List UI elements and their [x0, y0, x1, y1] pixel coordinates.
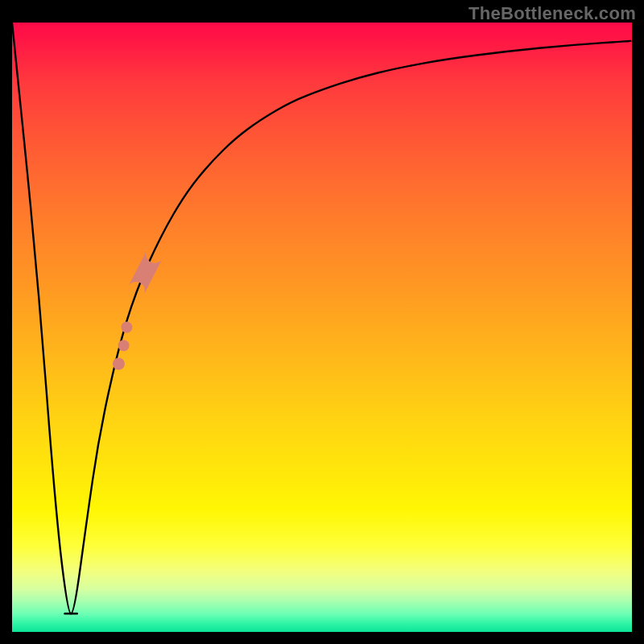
cluster-dot-1: [121, 322, 132, 333]
bottleneck-curve: [12, 23, 632, 613]
plot-area: [12, 23, 632, 632]
cluster-dot-3: [113, 357, 125, 369]
highlight-cluster: [113, 250, 163, 370]
watermark-text: TheBottleneck.com: [469, 3, 636, 24]
cluster-blob: [128, 250, 163, 295]
chart-svg: [12, 23, 632, 632]
chart-frame: TheBottleneck.com: [0, 0, 644, 644]
cluster-dot-2: [118, 340, 130, 351]
